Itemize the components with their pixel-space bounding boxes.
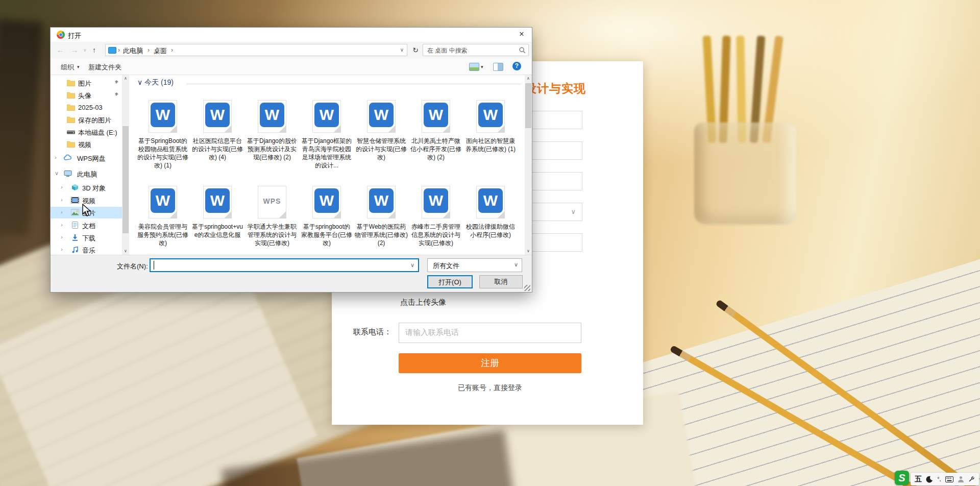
- chevron-down-icon[interactable]: ∨: [410, 262, 414, 269]
- sidebar-item-2025-03[interactable]: 2025-03: [51, 102, 122, 113]
- cloud-icon: [64, 154, 72, 161]
- filetype-select[interactable]: 所有文件 ∨: [427, 258, 522, 272]
- bokeh-pencils-left: [0, 19, 43, 236]
- close-icon[interactable]: ×: [517, 30, 527, 39]
- history-caret-icon[interactable]: ∨: [83, 47, 87, 53]
- scrollbar-thumb[interactable]: [525, 83, 531, 128]
- sidebar-item-avatar[interactable]: 头像: [51, 89, 122, 101]
- scroll-down-icon[interactable]: ∨: [525, 248, 532, 255]
- back-icon[interactable]: ←: [57, 46, 64, 54]
- ime-toolbar: 五 °,: [911, 473, 979, 485]
- punctuation-toggle[interactable]: °,: [937, 473, 941, 485]
- mouse-cursor: [82, 204, 93, 217]
- forward-icon[interactable]: →: [71, 46, 78, 54]
- sidebar-item-pictures-quick[interactable]: 图片: [51, 77, 122, 89]
- chevron-right-icon[interactable]: ›: [61, 222, 63, 228]
- avatar-upload-hint[interactable]: 点击上传头像: [400, 298, 446, 307]
- pictures-icon: [71, 209, 79, 216]
- breadcrumb-sep: ›: [118, 46, 120, 54]
- chevron-right-icon[interactable]: ›: [61, 209, 63, 215]
- sidebar-item-local-disk-e[interactable]: 本地磁盘 (E:): [51, 126, 122, 138]
- word-doc-icon: W: [367, 186, 396, 218]
- chevron-right-icon[interactable]: ›: [61, 197, 63, 203]
- sidebar-item-documents[interactable]: › 文档: [51, 220, 122, 231]
- preview-pane-icon[interactable]: [493, 63, 503, 71]
- help-icon[interactable]: ?: [512, 62, 521, 70]
- word-doc-icon: W: [149, 100, 177, 133]
- view-options-icon[interactable]: [469, 63, 479, 71]
- organize-button[interactable]: 组织: [61, 63, 74, 72]
- breadcrumb-desktop[interactable]: 桌面: [154, 46, 167, 56]
- login-link[interactable]: 已有账号，直接登录: [399, 383, 581, 393]
- chevron-right-icon[interactable]: ›: [61, 246, 63, 252]
- sidebar-item-videos-quick[interactable]: 视频: [51, 138, 122, 150]
- sidebar-item-3d-objects[interactable]: › 3D 对象: [51, 182, 122, 193]
- address-caret-icon[interactable]: ∨: [400, 47, 404, 53]
- scrollbar-thumb[interactable]: [122, 126, 129, 233]
- sidebar-scrollbar[interactable]: ∧ ∨: [122, 75, 129, 255]
- group-header[interactable]: ∨ 今天 (19): [137, 78, 174, 87]
- file-item[interactable]: WPS 学职通大学生兼职管理系统的设计与实现(已修改): [246, 183, 299, 247]
- search-icon: [519, 47, 526, 54]
- scroll-down-icon[interactable]: ∨: [122, 248, 129, 255]
- search-input[interactable]: 在 桌面 中搜索: [423, 44, 529, 56]
- cube-icon: [71, 184, 79, 191]
- file-item[interactable]: W 北川羌禹土特产微信小程序开发(已修改) (2): [409, 98, 462, 161]
- dialog-titlebar[interactable]: 打开 ×: [51, 28, 532, 42]
- sidebar-item-saved-pictures[interactable]: 保存的图片: [51, 114, 122, 126]
- resize-grip[interactable]: [524, 285, 530, 291]
- word-doc-icon: W: [476, 100, 505, 133]
- group-collapse-icon[interactable]: ∨: [137, 78, 142, 86]
- ime-mode[interactable]: 五: [915, 473, 922, 485]
- file-item[interactable]: W 校园法律援助微信小程序(已修改): [464, 183, 517, 239]
- file-list: ∨ 今天 (19) W 基于SpringBoot的校园物品租赁系统的设计与实现(…: [129, 75, 532, 255]
- moon-icon[interactable]: [926, 476, 933, 483]
- file-list-scrollbar[interactable]: ∧ ∨: [525, 75, 532, 255]
- file-item[interactable]: W 基于springboot的家教服务平台(已修改): [300, 183, 353, 247]
- file-item[interactable]: W 基于Web的医院药物管理系统(已修改) (2): [355, 183, 408, 247]
- chevron-right-icon[interactable]: ›: [61, 184, 63, 190]
- file-item[interactable]: W 基于Django的股价预测系统设计及实现(已修改) (2): [246, 98, 299, 161]
- breadcrumb-this-pc[interactable]: 此电脑: [123, 46, 143, 56]
- file-item[interactable]: W 美容院会员管理与服务预约系统(已修改): [136, 183, 189, 247]
- filename-input[interactable]: ∨: [150, 258, 419, 272]
- sidebar-item-this-pc[interactable]: ∨ 此电脑: [51, 168, 122, 180]
- sidebar-item-wps-cloud[interactable]: › WPS网盘: [51, 152, 122, 164]
- chevron-right-icon[interactable]: ›: [55, 154, 57, 160]
- sidebar-item-downloads[interactable]: › 下载: [51, 232, 122, 244]
- music-icon: [71, 246, 79, 253]
- file-item[interactable]: W 基于springboot+vue的农业信息化服: [191, 183, 244, 239]
- word-doc-icon: W: [476, 186, 505, 218]
- file-item[interactable]: W 社区医院信息平台的设计与实现(已修改) (4): [191, 98, 244, 161]
- dialog-body: 图片 头像 2025-03 保存的图片 本地: [51, 75, 532, 255]
- refresh-icon[interactable]: ↻: [409, 44, 422, 56]
- keyboard-icon[interactable]: [945, 476, 953, 482]
- chevron-down-icon[interactable]: ∨: [55, 170, 59, 177]
- sogou-logo[interactable]: S: [895, 471, 909, 485]
- breadcrumb[interactable]: › 此电脑 › 桌面 › ∨: [105, 44, 407, 56]
- file-item[interactable]: W 面向社区的智慧康养系统(已修改) (1): [464, 98, 517, 153]
- person-icon[interactable]: [958, 476, 964, 482]
- file-item[interactable]: W 基于SpringBoot的校园物品租赁系统的设计与实现(已修改) (1): [136, 98, 189, 169]
- folder-icon: [67, 104, 75, 111]
- scroll-up-icon[interactable]: ∧: [122, 75, 129, 82]
- wrench-icon[interactable]: [968, 476, 975, 482]
- open-button[interactable]: 打开(O): [427, 275, 473, 288]
- sidebar-item-music[interactable]: › 音乐: [51, 244, 122, 255]
- phone-input[interactable]: 请输入联系电话: [399, 323, 581, 343]
- cancel-button[interactable]: 取消: [479, 275, 523, 288]
- pin-icon: [113, 92, 119, 98]
- folder-icon: [67, 91, 75, 99]
- file-item[interactable]: W 赤峰市二手房管理信息系统的设计与实现(已修改): [409, 183, 462, 247]
- open-file-dialog: 打开 × ← → ∨ ↑ › 此电脑 › 桌面 › ∨ ↻ 在 桌面 中搜索: [50, 27, 532, 293]
- view-caret-icon[interactable]: ▾: [481, 64, 483, 69]
- dialog-navbar: ← → ∨ ↑ › 此电脑 › 桌面 › ∨ ↻ 在 桌面 中搜索: [51, 42, 532, 58]
- register-button[interactable]: 注册: [399, 353, 581, 373]
- file-item[interactable]: W 基于Django框架的青岛滨海学院校园足球场地管理系统的设计...: [300, 98, 353, 169]
- word-doc-icon: W: [367, 100, 396, 133]
- new-folder-button[interactable]: 新建文件夹: [88, 63, 121, 72]
- file-item[interactable]: W 智慧仓储管理系统的设计与实现(已修改): [355, 98, 408, 161]
- up-icon[interactable]: ↑: [92, 46, 96, 54]
- chevron-right-icon[interactable]: ›: [61, 234, 63, 240]
- scroll-up-icon[interactable]: ∧: [525, 75, 532, 82]
